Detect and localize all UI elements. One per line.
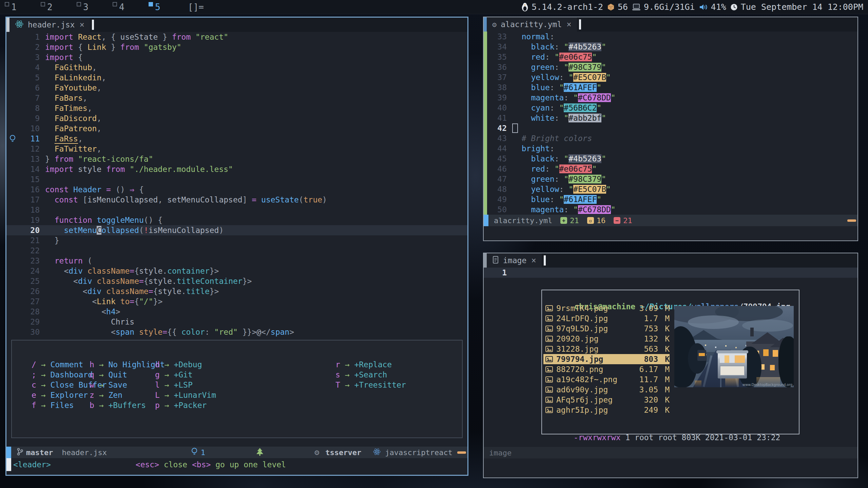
code-line-22[interactable]: 22 xyxy=(6,246,467,256)
file-row-aghr5Ip.jpg[interactable]: aghr5Ip.jpg249K xyxy=(543,405,670,415)
code-token: , xyxy=(97,144,101,153)
code-line-38[interactable]: 38 blue: "#61AFEF" xyxy=(484,82,857,93)
code-line-1[interactable]: 1import React, { useState } from "react" xyxy=(6,32,467,42)
code-line-16[interactable]: 16const Header = () ⇒ { xyxy=(6,184,467,195)
code-line-36[interactable]: 36 green: "#98C379" xyxy=(484,62,857,72)
line-number: 28 xyxy=(19,307,40,317)
code-token xyxy=(45,73,55,82)
code-token xyxy=(512,32,522,41)
code-line-21[interactable]: 21 } xyxy=(6,235,467,246)
code-line-43[interactable]: 43 # Bright colors xyxy=(484,133,857,143)
code-line-18[interactable]: 18 xyxy=(6,205,467,215)
file-row-9rsmTK4.png[interactable]: 9rsmTK4.png3.09M xyxy=(543,303,670,313)
code-line-30[interactable]: 30 <span style={{ color: "red" }}>@</spa… xyxy=(6,327,467,337)
code-line-48[interactable]: 48 yellow: "#E5C07B" xyxy=(484,184,857,194)
code-line-17[interactable]: 17 const [isMenuCollapsed, setMenuCollap… xyxy=(6,195,467,205)
code-line-12[interactable]: 12 FaTwitter, xyxy=(6,144,467,154)
line-number: 10 xyxy=(19,123,40,134)
tab-close-icon[interactable]: × xyxy=(531,256,537,265)
code-line-49[interactable]: 49 blue: "#61AFEF" xyxy=(484,194,857,204)
file-row-20920.jpg[interactable]: 20920.jpg132K xyxy=(543,334,670,344)
file-row-97q9L5D.jpg[interactable]: 97q9L5D.jpg753K xyxy=(543,324,670,334)
code-line-13[interactable]: 13} from "react-icons/fa" xyxy=(6,154,467,164)
code-line-45[interactable]: 45 black: "#4b5263" xyxy=(484,154,857,164)
workspace-4[interactable]: 4 xyxy=(113,1,149,13)
file-row-AFq5r6j.jpeg[interactable]: AFq5r6j.jpeg320K xyxy=(543,395,670,405)
code-line-19[interactable]: 19 function toggleMenu() { xyxy=(6,215,467,225)
code-line-5[interactable]: 5 FaLinkedin, xyxy=(6,73,467,83)
code-line-44[interactable]: 44 bright: xyxy=(484,143,857,154)
workspace-1[interactable]: 1 xyxy=(5,1,41,13)
code-text: } from "react-icons/fa" xyxy=(45,154,467,164)
code-line-11[interactable]: 11 FaRss, xyxy=(6,134,467,144)
status-bar: 12345 []= 5.14.2-arch1-2 56 9.6Gi/31Gi 4… xyxy=(0,0,868,14)
workspace-5[interactable]: 5 xyxy=(149,1,185,13)
tab-close-icon[interactable]: × xyxy=(79,20,85,30)
code-token: isMenuCollapsed xyxy=(149,226,219,235)
tab-image[interactable]: image × xyxy=(487,253,542,268)
code-line-14[interactable]: 14import style from "./header.module.les… xyxy=(6,164,467,174)
code-line-3[interactable]: 3import { xyxy=(6,52,467,62)
code-line-9[interactable]: 9 FaDiscord, xyxy=(6,113,467,123)
code-token: " xyxy=(564,175,568,183)
code-line-26[interactable]: 26 <div className={style.title}> xyxy=(6,286,467,296)
file-row-a19c482f~.png[interactable]: a19c482f~.png11.7M xyxy=(543,374,670,385)
code-line-28[interactable]: 28 <h4> xyxy=(6,307,467,317)
code-buffer-header-jsx[interactable]: 1import React, { useState } from "react"… xyxy=(6,32,467,337)
code-line-41[interactable]: 41 white: "#abb2bf" xyxy=(484,113,857,123)
code-line-25[interactable]: 25 <div className={style.titleContainer}… xyxy=(6,276,467,286)
code-line-10[interactable]: 10 FaPatreon, xyxy=(6,123,467,134)
code-token: : xyxy=(545,53,555,61)
code-line-40[interactable]: 40 cyan: "#56B6C2" xyxy=(484,103,857,113)
file-name: aghr5Ip.jpg xyxy=(556,406,625,414)
line-number: 46 xyxy=(492,164,507,174)
code-line-2[interactable]: 2import { Link } from "gatsby" xyxy=(6,42,467,52)
inactive-cursor xyxy=(512,123,518,133)
code-token: style xyxy=(139,328,162,336)
file-name: 882720.png xyxy=(556,365,625,374)
whichkey-binding-g: g → +Git xyxy=(155,370,216,380)
code-line-47[interactable]: 47 green: "#98C379" xyxy=(484,174,857,184)
code-line-15[interactable]: 15 xyxy=(6,174,467,184)
workspace-2[interactable]: 2 xyxy=(41,1,77,13)
file-row-24LrDFQ.jpg[interactable]: 24LrDFQ.jpg1.7M xyxy=(543,313,670,324)
code-line-37[interactable]: 37 yellow: "#E5C07B" xyxy=(484,72,857,82)
code-line-35[interactable]: 35 red: "#e06c75" xyxy=(484,52,857,62)
workspace-3[interactable]: 3 xyxy=(77,1,113,13)
code-line-24[interactable]: 24 <div className={style.container}> xyxy=(6,266,467,276)
tab-header-jsx[interactable]: header.jsx × xyxy=(9,18,90,32)
code-line-8[interactable]: 8 FaTimes, xyxy=(6,103,467,113)
sign-column xyxy=(484,143,492,154)
code-text xyxy=(45,174,467,184)
code-line-46[interactable]: 46 red: "#e06c75" xyxy=(484,164,857,174)
code-line-34[interactable]: 34 black: "#4b5263" xyxy=(484,42,857,52)
code-line-6[interactable]: 6 FaYoutube, xyxy=(6,83,467,93)
code-line-50[interactable]: 50 magenta: "#C678DD" xyxy=(484,204,857,215)
file-row-799794.jpg[interactable]: 799794.jpg803K xyxy=(543,354,670,364)
code-line-4[interactable]: 4 FaGithub, xyxy=(6,62,467,73)
code-line-20[interactable]: 20 setMenuCollapsed(!isMenuCollapsed) xyxy=(6,225,467,235)
image-file-icon xyxy=(545,356,556,363)
code-token: , xyxy=(97,114,101,123)
tab-alacritty-yml[interactable]: ⚙ alacritty.yml × xyxy=(487,17,577,32)
line-number: 49 xyxy=(492,194,507,204)
code-line-27[interactable]: 27 <Link to={"/"}> xyxy=(6,296,467,307)
desktop: { "top_bar": { "workspaces": ["1","2","3… xyxy=(0,0,868,488)
tab-close-icon[interactable]: × xyxy=(566,20,572,29)
image-file-icon xyxy=(545,396,556,403)
code-line-29[interactable]: 29 Chris xyxy=(6,317,467,327)
file-row-31228.jpg[interactable]: 31228.jpg563K xyxy=(543,344,670,354)
buffer-line-1[interactable]: 1 xyxy=(484,268,857,278)
code-line-33[interactable]: 33 normal: xyxy=(484,32,857,42)
code-line-7[interactable]: 7 FaBars, xyxy=(6,93,467,103)
code-token: green xyxy=(531,63,554,72)
line-number: 36 xyxy=(492,62,507,72)
file-row-ad6v90y.jpg[interactable]: ad6v90y.jpg3.05M xyxy=(543,385,670,395)
code-line-23[interactable]: 23 return ( xyxy=(6,256,467,266)
code-line-39[interactable]: 39 magenta: "#C678DD" xyxy=(484,93,857,103)
code-buffer-alacritty[interactable]: 33 normal:34 black: "#4b5263"35 red: "#e… xyxy=(484,32,857,215)
code-token xyxy=(512,154,531,163)
code-line-42[interactable]: 42 xyxy=(484,123,857,133)
file-row-882720.png[interactable]: 882720.png6.17M xyxy=(543,364,670,374)
wk-arrow: → xyxy=(160,391,174,399)
